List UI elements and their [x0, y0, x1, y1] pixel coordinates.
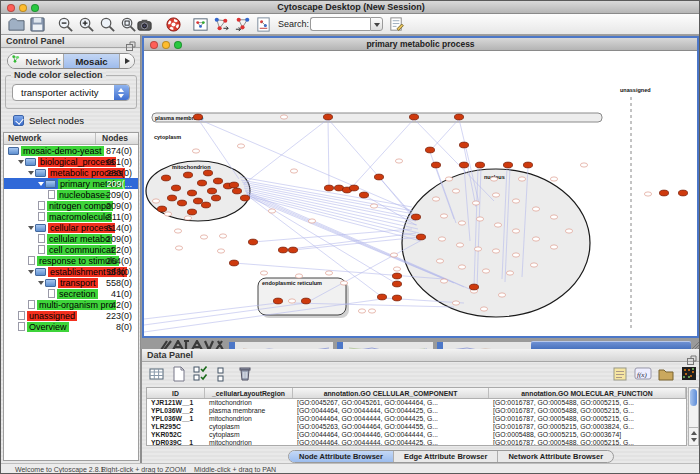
node[interactable] — [438, 237, 445, 241]
select-nodes-checkbox-row[interactable]: Select nodes — [13, 115, 84, 126]
node[interactable] — [368, 309, 375, 313]
node[interactable] — [323, 114, 332, 120]
node[interactable] — [445, 177, 452, 181]
tab-mosaic[interactable]: Mosaic — [64, 54, 120, 68]
node[interactable] — [280, 115, 287, 119]
node[interactable] — [475, 162, 484, 168]
node[interactable] — [472, 201, 479, 205]
node[interactable] — [207, 188, 216, 194]
node[interactable] — [452, 189, 459, 193]
node[interactable] — [550, 245, 557, 249]
node[interactable] — [392, 295, 401, 301]
node[interactable] — [411, 214, 420, 220]
node[interactable] — [436, 259, 443, 263]
node[interactable] — [432, 197, 439, 201]
open-file-icon[interactable] — [7, 15, 26, 34]
scrollbar-thumb[interactable] — [690, 389, 697, 406]
node[interactable] — [359, 192, 368, 198]
disclosure-triangle-icon[interactable] — [38, 281, 44, 285]
zoom-out-icon[interactable] — [56, 15, 75, 34]
tree-row-multi-organism-pro[interactable]: multi-organism pro42(0) — [4, 299, 138, 310]
node[interactable] — [550, 215, 557, 219]
node[interactable] — [440, 214, 447, 218]
network-overview-icon[interactable] — [191, 15, 210, 34]
table-row[interactable]: YPL036W__2plasma membrane[GO:0044464, GO… — [147, 407, 686, 415]
node[interactable] — [458, 265, 465, 269]
node[interactable] — [476, 217, 483, 221]
node[interactable] — [431, 162, 440, 168]
tree-row-cell-communicat[interactable]: cell communicat22(0) — [4, 244, 138, 255]
node[interactable] — [416, 234, 425, 240]
attribute-matrix-icon[interactable] — [679, 364, 699, 384]
node[interactable] — [217, 249, 224, 253]
disclosure-triangle-icon[interactable] — [18, 160, 24, 164]
node[interactable] — [532, 207, 539, 211]
tree-row-nucleobase-[interactable]: nucleobase-209(0) — [4, 189, 138, 200]
tree-row-biological-process[interactable]: biological_process651(0) — [4, 156, 138, 167]
node[interactable] — [550, 177, 557, 181]
node[interactable] — [530, 263, 537, 267]
tree-row-mosaic-demo-yeast[interactable]: mosaic-demo-yeast874(0) — [4, 145, 138, 156]
node[interactable] — [301, 298, 310, 304]
node[interactable] — [240, 195, 249, 201]
node[interactable] — [659, 190, 668, 196]
layout-icon-2[interactable] — [233, 15, 252, 34]
unselect-attributes-icon[interactable] — [213, 364, 233, 384]
tree-row-unassigned[interactable]: unassigned223(0) — [4, 310, 138, 321]
node[interactable] — [193, 198, 202, 204]
network-canvas[interactable]: plasma membranecytoplasmmitochondrionnuc… — [144, 51, 697, 336]
search-dropdown-button[interactable] — [370, 17, 383, 31]
node[interactable] — [395, 159, 402, 163]
scroll-down-icon[interactable] — [691, 438, 697, 442]
tree-row-establishment-of-lo[interactable]: establishment of lo558(0) — [4, 266, 138, 277]
node[interactable] — [506, 271, 513, 275]
node[interactable] — [459, 142, 468, 148]
node[interactable] — [288, 247, 297, 253]
tree-row-macromolecule[interactable]: macromolecule311(0) — [4, 211, 138, 222]
node[interactable] — [177, 200, 186, 206]
window-titlebar[interactable]: Cytoscape Desktop (New Session) — [1, 1, 700, 14]
node[interactable] — [187, 190, 196, 196]
node[interactable] — [193, 114, 202, 120]
node[interactable] — [237, 144, 244, 148]
node[interactable] — [392, 281, 401, 287]
node[interactable] — [374, 174, 383, 180]
node[interactable] — [454, 114, 463, 120]
table-row[interactable]: YLR295Ccytoplasm[GO:0045263, GO:0044464,… — [147, 423, 686, 431]
function-builder-icon[interactable]: f(x) — [633, 364, 653, 384]
snapshot-icon[interactable] — [135, 15, 154, 34]
node[interactable] — [512, 199, 519, 203]
node[interactable] — [157, 206, 166, 212]
node[interactable] — [469, 284, 478, 290]
node[interactable] — [440, 279, 447, 283]
tree-row-primary-metabo[interactable]: primary metabo209(... — [4, 178, 138, 189]
node[interactable] — [565, 229, 572, 233]
disclosure-triangle-icon[interactable] — [28, 226, 34, 230]
table-scrollbar[interactable] — [688, 387, 699, 446]
node[interactable] — [288, 299, 295, 303]
node[interactable] — [370, 204, 377, 208]
tree-row-secretion[interactable]: secretion41(0) — [4, 288, 138, 299]
tree-row-cellular-metabo[interactable]: cellular metabo209(0) — [4, 233, 138, 244]
help-icon[interactable] — [164, 15, 183, 34]
node[interactable] — [409, 114, 418, 120]
node[interactable] — [273, 298, 282, 304]
node[interactable] — [187, 209, 196, 215]
node[interactable] — [229, 260, 238, 266]
tab-edge-attribute-browser[interactable]: Edge Attribute Browser — [394, 451, 498, 462]
node[interactable] — [492, 249, 499, 253]
node[interactable] — [425, 147, 434, 153]
node[interactable] — [518, 177, 525, 181]
node[interactable] — [458, 221, 465, 225]
table-row[interactable]: YPL036W__1mitochondrion[GO:0044464, GO:0… — [147, 415, 686, 423]
node[interactable] — [192, 149, 199, 153]
node[interactable] — [167, 195, 176, 201]
vizmapper-icon[interactable] — [254, 15, 273, 34]
tab-network[interactable]: Network — [8, 54, 64, 68]
table-row[interactable]: YKR052Ccytoplasm[GO:0044464, GO:0044446,… — [147, 431, 686, 439]
disclosure-triangle-icon[interactable] — [28, 270, 34, 274]
node[interactable] — [482, 269, 489, 273]
zoom-fit-icon[interactable] — [98, 15, 117, 34]
node[interactable] — [474, 247, 481, 251]
node[interactable] — [232, 188, 241, 194]
